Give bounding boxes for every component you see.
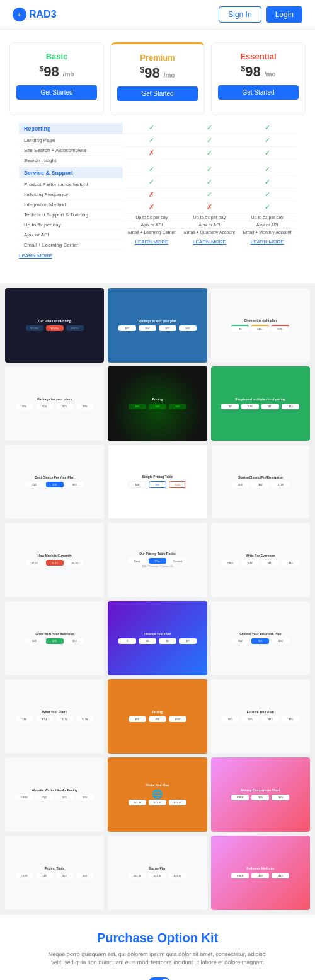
basic-check-4: ✓: [123, 163, 181, 176]
gallery-item-16[interactable]: What Your Plan? $10 $7.4 $152 $178: [5, 679, 104, 754]
learn-more-link[interactable]: LEARN MORE: [19, 250, 123, 261]
premium-val-2: Ajax or API: [181, 221, 239, 229]
gallery-item-10[interactable]: How Much Is Currently $7.99 $6.49 $4.10: [5, 523, 104, 597]
gallery-section: Our Plans and Pricing $11.99 $21.99 $34.…: [0, 283, 315, 915]
gallery-item-22[interactable]: Pricing Table FREE $12 $21 $34: [5, 836, 104, 910]
essential-check-4: ✓: [238, 163, 296, 176]
basic-plan-card: Basic $98 /mo Get Started: [9, 42, 104, 115]
feature-email: Email + Learning Center: [19, 240, 123, 250]
logo-text: RAD3: [29, 9, 57, 20]
gallery-item-6[interactable]: Simple and multiple cloud pricing $0 $12…: [211, 366, 310, 441]
gallery-item-7[interactable]: Best Choice For Your Plan $12 $34 $65: [5, 445, 104, 519]
gallery-item-4[interactable]: Package for your plans $34 $54 $72 $98: [5, 366, 104, 441]
essential-plan-card: Essential $98 /mo Get Started: [211, 42, 306, 115]
basic-check-7: ✗: [123, 201, 181, 214]
feature-integration: Integration Method: [19, 200, 123, 210]
billing-toggle-switch[interactable]: [148, 977, 171, 980]
basic-check-5: ✓: [123, 176, 181, 189]
premium-get-started-button[interactable]: Get Started: [117, 86, 198, 101]
premium-check-1: ✓: [181, 122, 239, 134]
basic-val-3: Email + Learning Center: [123, 229, 181, 236]
logo-icon: +: [13, 8, 26, 21]
gallery-item-13[interactable]: Grow With Your Business $25 $35 $55: [5, 601, 104, 675]
feature-labels: Reporting Landing Page Site Search + Aut…: [19, 122, 123, 261]
signin-button[interactable]: Sign In: [219, 6, 261, 23]
purchase-title: Purchase Option Kit: [13, 931, 302, 945]
login-button[interactable]: Login: [266, 6, 302, 23]
category-reporting: Reporting: [19, 123, 123, 134]
gallery-item-2[interactable]: Package to suit your plan $23 $14 $23 $4…: [108, 288, 207, 363]
premium-learn-more[interactable]: LEARN MORE: [181, 236, 239, 247]
essential-check-7: ✓: [238, 201, 296, 214]
gallery-item-8[interactable]: Simple Pricing Table $38 $96 $185: [108, 445, 207, 519]
premium-check-4: ✓: [181, 163, 239, 176]
basic-check-1: ✓: [123, 122, 181, 134]
basic-plan-price: $98 /mo: [16, 64, 97, 80]
premium-val-3: Email + Quarterly Account: [181, 229, 239, 236]
gallery-item-23[interactable]: Starter Plan $12.99 $23.99 $29.99: [108, 836, 207, 910]
essential-check-6: ✓: [238, 189, 296, 201]
basic-learn-more[interactable]: LEARN MORE: [123, 236, 181, 247]
gallery-item-9[interactable]: Starter/Classic/Pro/Enterprise $54 $72 $…: [211, 445, 310, 519]
basic-check-6: ✗: [123, 189, 181, 201]
feature-ajax: Ajax or API: [19, 230, 123, 240]
basic-check-2: ✓: [123, 134, 181, 147]
feature-landing-page: Landing Page: [19, 136, 123, 146]
pricing-hero-section: Basic $98 /mo Get Started Premium $98 /m…: [0, 30, 315, 283]
gallery-item-14[interactable]: Finance Your Plan 0 20 $6 $7: [108, 601, 207, 675]
essential-val-3: Email + Monthly Account: [238, 229, 296, 236]
gallery-item-15[interactable]: Choose Your Business Plan $32 $76 $98: [211, 601, 310, 675]
basic-check-3: ✗: [123, 147, 181, 160]
gallery-item-20[interactable]: Globe And Plan 🌐 $12.99 $23.99 $29.99: [108, 757, 207, 832]
feature-check-columns: ✓ ✓ ✗ ✓ ✓ ✗ ✗ Up to 5x per day Ajax or A…: [123, 122, 296, 261]
essential-check-1: ✓: [238, 122, 296, 134]
essential-get-started-button[interactable]: Get Started: [218, 85, 299, 100]
gallery-item-18[interactable]: Finance Your Plan $60 $95 $72 $78: [211, 679, 310, 754]
pricing-cards-row: Basic $98 /mo Get Started Premium $98 /m…: [9, 42, 306, 115]
essential-check-5: ✓: [238, 176, 296, 189]
essential-check-3: ✓: [238, 147, 296, 160]
gallery-item-19[interactable]: Website Works Like As Reality FREE $12 $…: [5, 757, 104, 832]
billing-toggle-row: MONTHLY BILLING ANNUAL BILLING: [13, 977, 302, 980]
features-comparison: Reporting Landing Page Site Search + Aut…: [9, 122, 306, 271]
purchase-subtitle: Neque porro quisquam est, qui dolorem ip…: [44, 950, 271, 967]
essential-val-1: Up to 5x per day: [238, 214, 296, 221]
premium-check-6: ✓: [181, 189, 239, 201]
feature-site-search: Site Search + Autocomplete: [19, 146, 123, 156]
gallery-item-3[interactable]: Choose the right plan $9 $10... $98...: [211, 288, 310, 363]
gallery-item-24[interactable]: Fullsome Methods FREE $29 $34: [211, 836, 310, 910]
gallery-item-1[interactable]: Our Plans and Pricing $11.99 $21.99 $34.…: [5, 288, 104, 363]
essential-learn-more[interactable]: LEARN MORE: [238, 236, 296, 247]
header-buttons: Sign In Login: [219, 6, 302, 23]
feature-indexing: Indexing Frequency: [19, 190, 123, 200]
premium-plan-price: $98 /mo: [117, 65, 198, 81]
basic-get-started-button[interactable]: Get Started: [16, 85, 97, 100]
basic-checks: ✓ ✓ ✗ ✓ ✓ ✗ ✗ Up to 5x per day Ajax or A…: [123, 122, 181, 261]
purchase-section: Purchase Option Kit Neque porro quisquam…: [0, 915, 315, 980]
feature-calls: Up to 5x per day: [19, 220, 123, 230]
gallery-item-21[interactable]: Making Comparison Chart FREE $29 $49: [211, 757, 310, 832]
premium-plan-name: Premium: [117, 53, 198, 62]
premium-val-1: Up to 5x per day: [181, 214, 239, 221]
premium-check-3: ✓: [181, 147, 239, 160]
site-header: + RAD3 Sign In Login: [0, 0, 315, 30]
essential-plan-price: $98 /mo: [218, 64, 299, 80]
premium-check-5: ✓: [181, 176, 239, 189]
gallery-item-5[interactable]: Pricing $95 $98 $99: [108, 366, 207, 441]
essential-check-2: ✓: [238, 134, 296, 147]
basic-val-1: Up to 5x per day: [123, 214, 181, 221]
premium-checks: ✓ ✓ ✓ ✓ ✓ ✓ ✗ Up to 5x per day Ajax or A…: [181, 122, 239, 261]
gallery-item-11[interactable]: Our Pricing Table Rocks Basic Plus Conta…: [108, 523, 207, 597]
premium-plan-card: Premium $98 /mo Get Started: [110, 42, 205, 115]
premium-check-7: ✗: [181, 201, 239, 214]
basic-plan-name: Basic: [16, 52, 97, 61]
essential-plan-name: Essential: [218, 52, 299, 61]
feature-search-insight: Search Insight: [19, 156, 123, 166]
essential-val-2: Ajax or API: [238, 221, 296, 229]
basic-val-2: Ajax or API: [123, 221, 181, 229]
category-service: Service & Support: [19, 167, 123, 178]
gallery-item-12[interactable]: Write For Everyone FREE $12 $21 $34: [211, 523, 310, 597]
premium-check-2: ✓: [181, 134, 239, 147]
gallery-item-17[interactable]: Pricing $10 $36 $240: [108, 679, 207, 754]
essential-checks: ✓ ✓ ✓ ✓ ✓ ✓ ✓ Up to 5x per day Ajax or A…: [238, 122, 296, 261]
